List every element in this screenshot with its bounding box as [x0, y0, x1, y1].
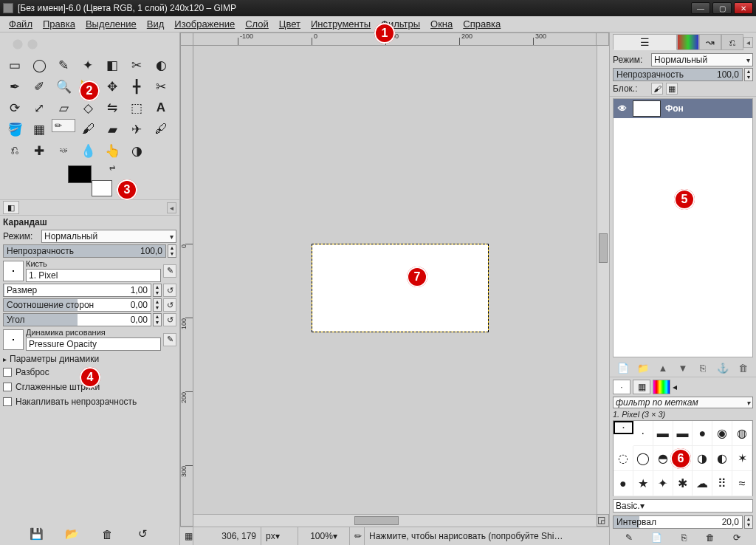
tool-scale[interactable]: ⤢: [27, 97, 51, 118]
brush-item[interactable]: ▬: [673, 421, 693, 446]
opacity-slider[interactable]: Непрозрачность 100,0: [3, 244, 166, 258]
tool-airbrush[interactable]: ✈: [125, 119, 148, 140]
tool-cage[interactable]: ⬚: [125, 97, 148, 118]
brush-new-icon[interactable]: 📄: [651, 532, 662, 543]
layer-up-icon[interactable]: ▲: [656, 361, 670, 374]
duplicate-layer-icon[interactable]: ⎘: [696, 361, 709, 374]
tool-free-select[interactable]: ✎: [52, 55, 75, 75]
size-spin[interactable]: ▲▼: [153, 284, 162, 297]
layer-row[interactable]: 👁 Фон: [614, 99, 752, 118]
tool-dodge[interactable]: ◑: [125, 140, 148, 161]
layer-opacity-slider[interactable]: Непрозрачность 100,0: [613, 68, 743, 81]
brush-item[interactable]: ◍: [732, 421, 752, 446]
size-reset-button[interactable]: ↺: [163, 284, 176, 297]
tool-ink[interactable]: 🖋: [149, 119, 173, 140]
incremental-checkbox[interactable]: Накапливать непрозрачность: [3, 397, 176, 407]
brush-item[interactable]: ◉: [712, 421, 732, 446]
tool-flip[interactable]: ⇋: [100, 97, 124, 118]
tool-paintbrush[interactable]: 🖌: [76, 119, 100, 140]
minimize-button[interactable]: —: [691, 2, 710, 14]
lock-alpha-icon[interactable]: ▦: [666, 83, 678, 95]
brush-item[interactable]: ✶: [732, 446, 752, 471]
brush-item[interactable]: ●: [614, 471, 633, 496]
tool-move[interactable]: ✥: [100, 76, 124, 97]
new-layer-icon[interactable]: 📄: [616, 361, 630, 374]
tab-tool-options[interactable]: ◧: [3, 201, 19, 214]
save-preset-icon[interactable]: 💾: [29, 526, 45, 542]
nav-corner-top[interactable]: [597, 32, 609, 46]
tool-clone[interactable]: ⎌: [3, 140, 27, 161]
brush-duplicate-icon[interactable]: ⎘: [681, 532, 687, 543]
tool-scissors[interactable]: ✂: [125, 55, 148, 75]
tool-zoom[interactable]: 🔍: [52, 76, 75, 97]
tool-perspective-clone[interactable]: ⎃: [52, 140, 75, 161]
tool-blend[interactable]: ▦: [27, 119, 51, 140]
menu-select[interactable]: Выделение: [81, 17, 141, 31]
tool-align[interactable]: ╋: [125, 76, 148, 97]
nav-corner-bottom[interactable]: ◲: [597, 514, 609, 527]
tab-brushes[interactable]: ·: [613, 380, 630, 394]
brush-item[interactable]: ◯: [633, 446, 653, 471]
fg-color-swatch[interactable]: [68, 165, 92, 183]
aspect-spin[interactable]: ▲▼: [153, 298, 162, 312]
restore-preset-icon[interactable]: 📂: [64, 526, 80, 542]
new-group-icon[interactable]: 📁: [636, 361, 650, 374]
ruler-corner[interactable]: [180, 32, 193, 46]
menu-windows[interactable]: Окна: [426, 17, 457, 31]
tool-rect-select[interactable]: ▭: [3, 55, 27, 75]
hscrollbar[interactable]: [193, 514, 597, 527]
menu-edit[interactable]: Правка: [38, 17, 80, 31]
viewport[interactable]: [193, 46, 597, 514]
brushes-tab-menu[interactable]: ◂: [673, 382, 677, 392]
brush-refresh-icon[interactable]: ⟳: [733, 532, 740, 543]
tool-ellipse-select[interactable]: ◯: [27, 55, 51, 75]
mode-combobox[interactable]: Нормальный: [41, 230, 176, 243]
visibility-icon[interactable]: 👁: [616, 103, 628, 114]
brush-item[interactable]: ·: [633, 421, 653, 446]
angle-reset-button[interactable]: ↺: [163, 313, 176, 326]
quickmask-toggle[interactable]: ▦: [180, 527, 193, 545]
brush-item[interactable]: ▬: [653, 421, 673, 446]
layer-mode-combobox[interactable]: Нормальный: [651, 53, 753, 66]
tool-text[interactable]: A: [149, 97, 173, 118]
aspect-slider[interactable]: Соотношение сторон 0,00: [3, 298, 151, 312]
brush-delete-icon[interactable]: 🗑: [706, 532, 715, 543]
tool-crop[interactable]: ✂: [149, 76, 173, 97]
tool-pencil[interactable]: ✏: [52, 119, 75, 132]
menu-image[interactable]: Изображение: [170, 17, 239, 31]
brush-item[interactable]: ⠿: [712, 471, 732, 496]
menu-view[interactable]: Вид: [142, 17, 169, 31]
tab-menu-button[interactable]: ◂: [167, 202, 176, 213]
dynamics-params-expander[interactable]: Параметры динамики: [3, 354, 176, 364]
brush-edit-button[interactable]: ✎: [163, 264, 176, 278]
tool-smudge[interactable]: 👆: [100, 140, 124, 161]
tool-eraser[interactable]: ▰: [100, 119, 124, 140]
delete-preset-icon[interactable]: 🗑: [100, 526, 116, 542]
brush-item[interactable]: ◑: [693, 446, 712, 471]
tool-by-color-select[interactable]: ◧: [100, 55, 124, 75]
tab-undo[interactable]: ⎌: [721, 34, 743, 50]
tab-channels[interactable]: [677, 34, 699, 50]
brush-name-field[interactable]: 1. Pixel: [26, 269, 161, 282]
brush-preset-combobox[interactable]: Basic. ▾: [613, 499, 753, 513]
size-slider[interactable]: Размер 1,00: [3, 284, 151, 297]
menu-tools[interactable]: Инструменты: [306, 17, 375, 31]
layer-down-icon[interactable]: ▼: [676, 361, 690, 374]
vscrollbar[interactable]: [597, 46, 609, 514]
tab-layers[interactable]: ☰: [613, 34, 677, 50]
menu-help[interactable]: Справка: [458, 17, 505, 31]
brush-item[interactable]: ★: [633, 471, 653, 496]
canvas[interactable]: [312, 244, 489, 332]
tool-rotate[interactable]: ⟳: [3, 97, 27, 118]
menu-layer[interactable]: Слой: [241, 17, 273, 31]
spacing-slider[interactable]: Интервал 20,0: [613, 515, 743, 529]
ruler-horizontal[interactable]: -100 0 100 200 300: [193, 32, 597, 46]
dynamics-name-field[interactable]: Pressure Opacity: [26, 337, 161, 351]
brush-item[interactable]: ·: [614, 421, 633, 434]
brush-edit-icon[interactable]: ✎: [625, 532, 633, 543]
brush-item[interactable]: ☁: [693, 471, 712, 496]
dynamics-preview[interactable]: [3, 329, 24, 350]
swap-colors-icon[interactable]: ⇄: [109, 164, 115, 172]
brush-item[interactable]: ●: [693, 421, 712, 446]
ruler-vertical[interactable]: 0 100 200 300: [180, 46, 193, 527]
